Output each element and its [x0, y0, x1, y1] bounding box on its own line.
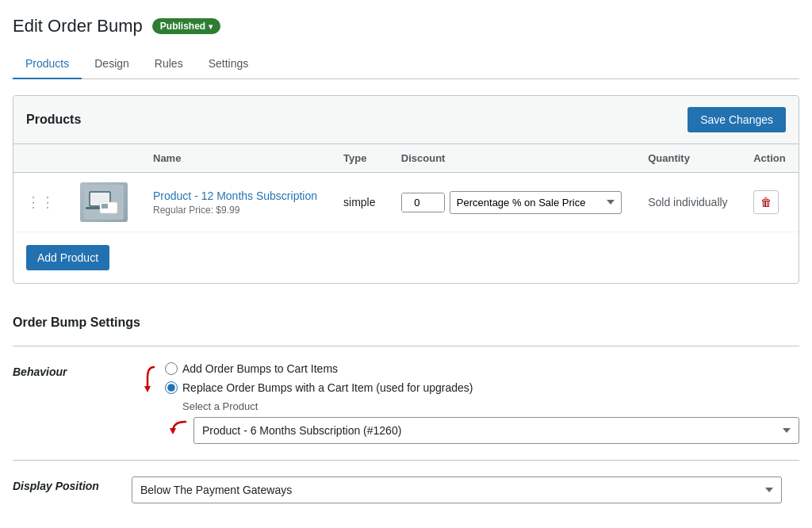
- col-quantity: Quantity: [635, 144, 741, 173]
- page-header: Edit Order Bump Published ▾: [13, 16, 799, 36]
- col-name: Name: [140, 144, 331, 173]
- divider: [13, 346, 799, 346]
- behaviour-content: Add Order Bumps to Cart Items Replace Or…: [132, 362, 799, 444]
- svg-marker-7: [144, 386, 151, 392]
- radio-replace-label: Replace Order Bumps with a Cart Item (us…: [182, 381, 473, 394]
- drag-handle-cell[interactable]: ⋮⋮: [13, 173, 67, 232]
- svg-rect-6: [102, 204, 108, 209]
- products-table: Name Type Discount Quantity Action ⋮⋮: [13, 144, 799, 232]
- add-product-wrap: Add Product: [13, 232, 799, 283]
- tab-rules[interactable]: Rules: [142, 49, 196, 79]
- discount-type-select[interactable]: Percentage % on Sale Price Percentage % …: [450, 191, 622, 214]
- radio-add-option[interactable]: Add Order Bumps to Cart Items: [165, 362, 799, 375]
- product-name-cell: Product - 12 Months Subscription Regular…: [140, 173, 331, 232]
- display-position-label: Display Position: [13, 476, 116, 492]
- svg-marker-8: [170, 428, 176, 434]
- save-changes-button[interactable]: Save Changes: [688, 107, 786, 132]
- product-type-cell: simple: [331, 173, 389, 232]
- table-header-row: Name Type Discount Quantity Action: [13, 144, 799, 173]
- status-badge[interactable]: Published ▾: [152, 18, 220, 34]
- discount-cell: Percentage % on Sale Price Percentage % …: [389, 173, 635, 232]
- product-select-wrap: Product - 6 Months Subscription (#1260) …: [193, 417, 799, 444]
- tab-products[interactable]: Products: [13, 49, 82, 79]
- tab-settings[interactable]: Settings: [196, 49, 262, 79]
- col-drag: [13, 144, 67, 173]
- display-position-row: Display Position Below The Payment Gatew…: [13, 476, 799, 503]
- tab-bar: Products Design Rules Settings: [13, 49, 799, 79]
- display-position-select[interactable]: Below The Payment Gateways Above The Pay…: [132, 476, 782, 503]
- page-title: Edit Order Bump: [13, 16, 143, 36]
- quantity-value: Sold individually: [648, 196, 727, 209]
- product-price: Regular Price: $9.99: [153, 205, 318, 216]
- product-thumbnail: [80, 182, 128, 222]
- product-name[interactable]: Product - 12 Months Subscription: [153, 189, 317, 202]
- radio-add-input[interactable]: [165, 362, 178, 375]
- col-type: Type: [331, 144, 389, 173]
- product-select[interactable]: Product - 6 Months Subscription (#1260) …: [193, 417, 799, 444]
- tab-design[interactable]: Design: [82, 49, 142, 79]
- discount-input-wrap: [401, 193, 445, 212]
- trash-icon: 🗑: [760, 196, 772, 209]
- radio-replace-option[interactable]: Replace Order Bumps with a Cart Item (us…: [165, 381, 799, 394]
- red-arrow-1-icon: [132, 364, 163, 407]
- section-header: Products Save Changes: [13, 96, 799, 144]
- radio-replace-input[interactable]: [165, 381, 178, 394]
- status-label: Published: [160, 21, 205, 32]
- product-image-cell: [67, 173, 140, 232]
- display-position-content: Below The Payment Gateways Above The Pay…: [132, 476, 799, 503]
- behaviour-setting-row: Behaviour Add Order Bumps to Cart Items: [13, 362, 799, 444]
- table-row: ⋮⋮: [13, 173, 799, 232]
- add-product-button[interactable]: Add Product: [26, 245, 109, 270]
- col-image: [67, 144, 140, 173]
- divider-2: [13, 460, 799, 461]
- discount-value-input[interactable]: [402, 193, 444, 212]
- col-action: Action: [741, 144, 799, 173]
- behaviour-label: Behaviour: [13, 362, 116, 378]
- product-type: simple: [343, 196, 375, 209]
- products-section-card: Products Save Changes Name Type Discount…: [13, 95, 799, 284]
- settings-section-title: Order Bump Settings: [13, 316, 799, 330]
- action-cell: 🗑: [741, 173, 799, 232]
- radio-add-label: Add Order Bumps to Cart Items: [182, 362, 338, 375]
- delete-product-button[interactable]: 🗑: [753, 190, 779, 214]
- section-title: Products: [26, 113, 81, 127]
- order-bump-settings: Order Bump Settings Behaviour: [13, 300, 799, 528]
- quantity-cell: Sold individually: [635, 173, 741, 232]
- chevron-down-icon: ▾: [209, 22, 213, 31]
- red-arrow-2-icon: [157, 417, 192, 441]
- col-discount: Discount: [389, 144, 635, 173]
- drag-handle-icon[interactable]: ⋮⋮: [26, 194, 55, 210]
- select-product-label: Select a Product: [182, 400, 799, 412]
